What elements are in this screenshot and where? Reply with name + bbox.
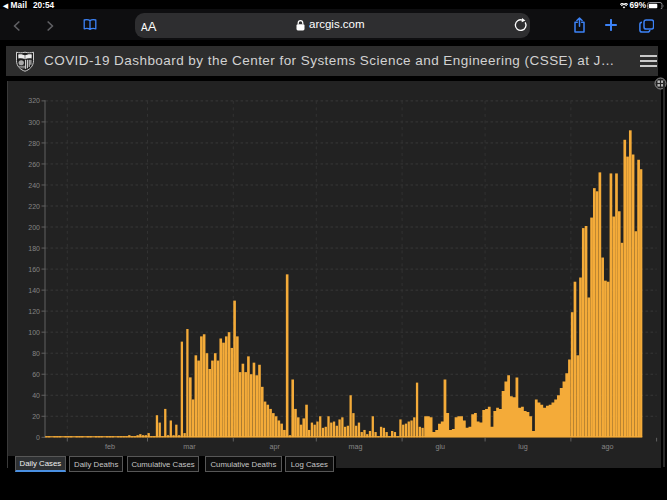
svg-text:140: 140 xyxy=(28,287,40,294)
svg-text:300: 300 xyxy=(28,119,40,126)
svg-text:mag: mag xyxy=(349,442,363,451)
svg-text:80: 80 xyxy=(32,350,40,357)
svg-text:apr: apr xyxy=(270,442,281,451)
svg-text:180: 180 xyxy=(28,245,40,252)
svg-text:240: 240 xyxy=(28,182,40,189)
svg-text:320: 320 xyxy=(28,97,40,104)
svg-text:40: 40 xyxy=(32,392,40,399)
svg-text:ago: ago xyxy=(602,442,614,451)
svg-text:260: 260 xyxy=(28,161,40,168)
svg-text:200: 200 xyxy=(28,224,40,231)
svg-text:20: 20 xyxy=(32,413,40,420)
svg-text:220: 220 xyxy=(28,203,40,210)
svg-text:120: 120 xyxy=(28,308,40,315)
svg-text:giu: giu xyxy=(436,442,446,451)
svg-text:280: 280 xyxy=(28,140,40,147)
svg-text:0: 0 xyxy=(36,434,40,441)
svg-text:60: 60 xyxy=(32,371,40,378)
svg-text:160: 160 xyxy=(28,266,40,273)
svg-text:feb: feb xyxy=(105,442,115,451)
svg-text:100: 100 xyxy=(28,329,40,336)
svg-text:mar: mar xyxy=(183,442,196,451)
svg-text:lug: lug xyxy=(518,442,528,451)
